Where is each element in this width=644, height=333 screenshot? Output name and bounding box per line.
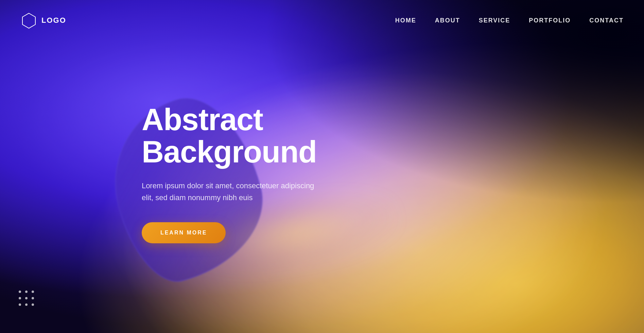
nav-links: HOME ABOUT SERVICE PORTFOLIO CONTACT <box>395 17 624 24</box>
logo-container: LOGO <box>20 12 66 29</box>
nav-link-portfolio[interactable]: PORTFOLIO <box>529 17 571 24</box>
dots-decoration <box>19 291 34 306</box>
nav-item-service[interactable]: SERVICE <box>479 17 510 24</box>
dot-1 <box>19 291 21 293</box>
learn-more-button[interactable]: LEARN MORE <box>142 222 226 243</box>
dot-7 <box>19 303 21 306</box>
dot-6 <box>32 297 34 299</box>
nav-link-service[interactable]: SERVICE <box>479 17 510 24</box>
nav-item-home[interactable]: HOME <box>395 17 416 24</box>
nav-link-about[interactable]: ABOUT <box>435 17 460 24</box>
hexagon-icon <box>20 12 37 29</box>
hero-title-line2: Background <box>142 135 317 169</box>
hero-section: LOGO HOME ABOUT SERVICE PORTFOLIO CONTAC… <box>0 0 644 333</box>
hero-content: Abstract Background Lorem ipsum dolor si… <box>142 104 318 243</box>
dot-8 <box>25 303 28 306</box>
bg-dark-overlay <box>0 0 644 333</box>
nav-link-home[interactable]: HOME <box>395 17 416 24</box>
nav-item-about[interactable]: ABOUT <box>435 17 460 24</box>
hero-title-line1: Abstract <box>142 103 263 137</box>
hero-title: Abstract Background <box>142 104 318 168</box>
navbar: LOGO HOME ABOUT SERVICE PORTFOLIO CONTAC… <box>0 0 644 41</box>
dot-2 <box>25 291 28 293</box>
dot-4 <box>19 297 21 299</box>
nav-item-contact[interactable]: CONTACT <box>589 17 624 24</box>
nav-link-contact[interactable]: CONTACT <box>589 17 624 24</box>
dot-9 <box>32 303 34 306</box>
nav-item-portfolio[interactable]: PORTFOLIO <box>529 17 571 24</box>
dot-5 <box>25 297 28 299</box>
hero-subtitle: Lorem ipsum dolor sit amet, consectetuer… <box>142 180 318 204</box>
logo-text: LOGO <box>41 16 66 25</box>
dot-3 <box>32 291 34 293</box>
